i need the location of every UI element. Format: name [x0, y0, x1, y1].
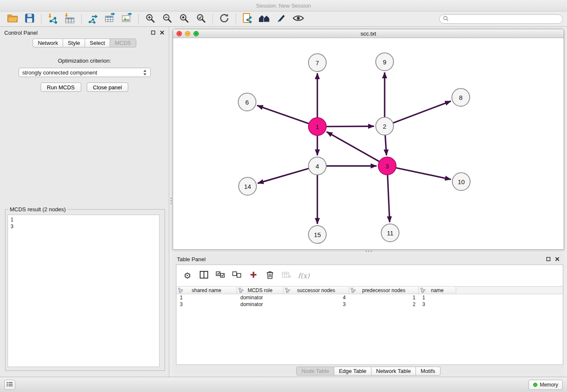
graph-node-1[interactable]: 1	[308, 118, 326, 135]
graph-edge-1-6[interactable]	[257, 105, 309, 124]
svg-text:6: 6	[245, 99, 249, 106]
graph-node-11[interactable]: 11	[381, 224, 399, 242]
network-document-button[interactable]	[239, 13, 256, 25]
table-cell: dominator	[237, 294, 284, 301]
open-folder-icon	[7, 13, 19, 25]
svg-text:4: 4	[316, 163, 319, 170]
result-line: 3	[11, 223, 157, 230]
zoom-selected-button[interactable]	[193, 13, 209, 25]
float-window-icon[interactable]	[151, 30, 156, 35]
gear-icon: ⚙	[184, 271, 191, 281]
tab-mcds[interactable]: MCDS	[110, 39, 136, 47]
import-table-icon	[64, 13, 75, 25]
close-panel-button[interactable]: Close panel	[87, 83, 129, 92]
column-header-predecessor-nodes[interactable]: predecessor nodes	[349, 287, 419, 294]
optimization-criterion-label: Optimization criterion:	[0, 58, 169, 64]
svg-text:3: 3	[385, 163, 389, 170]
network-canvas[interactable]: 7968124314101511	[173, 38, 564, 249]
close-icon[interactable]	[160, 30, 165, 35]
mcds-result-list[interactable]: 13	[8, 215, 160, 367]
run-mcds-button[interactable]: Run MCDS	[41, 83, 81, 92]
deselect-all-button[interactable]	[232, 270, 242, 281]
zoom-fit-icon	[179, 13, 189, 25]
window-close-icon[interactable]: ×	[176, 31, 182, 36]
refresh-icon	[219, 13, 230, 25]
window-zoom-icon[interactable]: +	[193, 31, 199, 36]
delete-column-button[interactable]	[265, 270, 275, 281]
export-image-button[interactable]	[118, 13, 135, 25]
graph-node-4[interactable]: 4	[308, 157, 326, 175]
zoom-fit-button[interactable]	[176, 13, 193, 25]
delete-table-button[interactable]	[281, 270, 292, 281]
close-icon[interactable]	[555, 257, 560, 262]
column-header-successor-nodes[interactable]: successor nodes	[284, 287, 349, 294]
toolbar-separator	[138, 14, 139, 25]
function-builder-button[interactable]: f(x)	[298, 270, 309, 281]
graph-node-10[interactable]: 10	[452, 173, 470, 190]
table-cell: 3	[419, 301, 456, 308]
network-window-titlebar[interactable]: × − + scc.txt	[173, 29, 564, 38]
tab-style[interactable]: Style	[63, 39, 85, 47]
graph-edge-2-3[interactable]	[385, 135, 386, 155]
column-header-name[interactable]: name	[419, 287, 456, 294]
graph-node-15[interactable]: 15	[308, 226, 326, 243]
task-history-button[interactable]	[4, 380, 15, 390]
open-session-button[interactable]	[4, 13, 21, 25]
window-minimize-icon[interactable]: −	[185, 31, 190, 36]
graph-edge-3-1[interactable]	[327, 132, 380, 161]
first-neighbors-button[interactable]	[256, 13, 273, 25]
graph-edge-4-14[interactable]	[258, 168, 309, 183]
export-table-icon	[105, 13, 116, 25]
search-box[interactable]	[439, 14, 563, 24]
table-row[interactable]: 1dominator411	[176, 294, 563, 301]
delete-table-icon	[282, 271, 291, 280]
graph-edge-3-10[interactable]	[396, 168, 451, 179]
refresh-button[interactable]	[216, 13, 233, 25]
zoom-in-button[interactable]	[142, 13, 159, 25]
horizontal-splitter-grip[interactable]	[363, 250, 374, 253]
graph-node-14[interactable]: 14	[239, 177, 256, 195]
graph-node-8[interactable]: 8	[452, 88, 470, 106]
add-column-button[interactable]	[248, 270, 259, 281]
tab-select[interactable]: Select	[85, 39, 110, 47]
graph-edge-2-8[interactable]	[393, 101, 451, 123]
export-network-button[interactable]	[85, 13, 102, 25]
vertical-splitter-grip[interactable]	[170, 195, 172, 207]
optimization-dropdown[interactable]: strongly connected component	[19, 68, 151, 77]
table-settings-button[interactable]: ⚙	[182, 270, 193, 281]
window-title: Session: New Session	[256, 3, 311, 9]
import-network-button[interactable]	[44, 13, 61, 25]
main-toolbar	[0, 12, 567, 27]
graph-edge-3-11[interactable]	[388, 175, 390, 222]
column-header-MCDS-role[interactable]: MCDS role	[237, 287, 284, 294]
table-body: 1dominator4113dominator323	[176, 294, 563, 308]
tab-network-table[interactable]: Network Table	[372, 367, 416, 375]
export-table-button[interactable]	[102, 13, 118, 25]
save-session-button[interactable]	[21, 13, 38, 25]
import-table-button[interactable]	[61, 13, 78, 25]
show-hide-button[interactable]	[290, 13, 307, 25]
zoom-out-button[interactable]	[159, 13, 176, 25]
column-header-shared-name[interactable]: shared name	[176, 287, 237, 294]
mcds-result-box: MCDS result (2 nodes) 13	[5, 209, 165, 371]
tab-network[interactable]: Network	[33, 39, 63, 47]
houses-icon	[258, 13, 271, 25]
graph-edge-1-2[interactable]	[326, 126, 374, 127]
memory-button[interactable]: Memory	[528, 380, 563, 390]
tab-motifs[interactable]: Motifs	[416, 367, 440, 375]
graph-node-6[interactable]: 6	[238, 93, 256, 111]
graph-node-9[interactable]: 9	[376, 53, 394, 71]
select-all-button[interactable]	[215, 270, 226, 281]
graph-node-2[interactable]: 2	[376, 117, 394, 135]
graph-node-3[interactable]: 3	[378, 157, 396, 175]
table-row[interactable]: 3dominator323	[176, 301, 563, 308]
graph-node-7[interactable]: 7	[308, 54, 326, 72]
float-window-icon[interactable]	[546, 257, 551, 262]
tab-node-table[interactable]: Node Table	[296, 367, 334, 375]
network-graph[interactable]: 7968124314101511	[173, 38, 564, 249]
search-input[interactable]	[451, 16, 559, 22]
column-chooser-button[interactable]	[199, 270, 209, 281]
tab-edge-table[interactable]: Edge Table	[334, 367, 372, 375]
table-cell: dominator	[237, 301, 284, 308]
style-brush-button[interactable]	[273, 13, 290, 25]
